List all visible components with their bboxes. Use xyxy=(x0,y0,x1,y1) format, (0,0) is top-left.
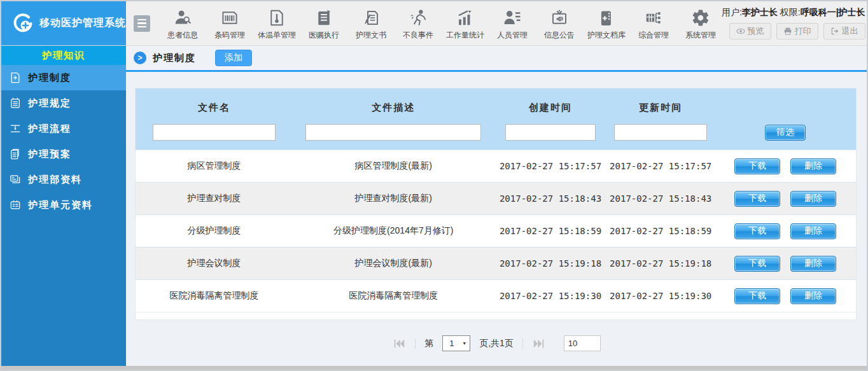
temperature-sheet-icon xyxy=(267,8,286,27)
toolbar-item-personnel[interactable]: 人员管理 xyxy=(491,6,533,41)
main-content: > 护理制度 添加 文件名 文件描述 创建时间 更新时间 xyxy=(126,46,867,366)
sidebar-item-label: 护理单元资料 xyxy=(28,199,93,211)
print-label: 打印 xyxy=(795,25,811,37)
updated-time-filter-input[interactable] xyxy=(614,124,707,141)
cell-updated: 2017-02-27 15:17:57 xyxy=(606,161,715,171)
preview-label: 预览 xyxy=(748,25,764,37)
top-bar: 移动医护管理系统 患者信息 条码管理 体温单管理 医嘱 xyxy=(1,1,867,46)
page-select-value: 1 xyxy=(449,339,454,348)
accent-divider xyxy=(126,70,867,72)
last-page-icon[interactable] xyxy=(532,337,546,351)
add-button[interactable]: 添加 xyxy=(215,50,252,66)
print-button[interactable]: 打印 xyxy=(776,23,818,39)
page-size-input[interactable] xyxy=(564,335,601,351)
cell-created: 2017-02-27 15:19:30 xyxy=(494,291,607,301)
column-header-filename: 文件名 xyxy=(136,102,293,114)
sidebar-item-nursing-plan[interactable]: 护理预案 xyxy=(1,141,126,167)
toolbar-item-workload[interactable]: 工作量统计 xyxy=(444,6,486,41)
column-header-description: 文件描述 xyxy=(293,102,494,114)
sidebar-item-label: 护理制度 xyxy=(28,72,71,84)
card-list-icon xyxy=(9,199,22,211)
user-label: 用户: xyxy=(722,7,742,17)
notepad-icon xyxy=(9,97,22,109)
toolbar-item-orders[interactable]: 医嘱执行 xyxy=(303,6,345,41)
sidebar-item-nursing-regulations[interactable]: 护理规定 xyxy=(1,90,126,116)
app-title: 移动医护管理系统 xyxy=(39,17,126,30)
patient-info-icon xyxy=(173,8,192,27)
table-row: 医院消毒隔离管理制度 医院消毒隔离管理制度 2017-02-27 15:19:3… xyxy=(136,279,856,312)
cell-description: 护理会议制度(最新) xyxy=(293,258,494,269)
download-button[interactable]: 下载 xyxy=(734,158,780,174)
stacked-cards-icon xyxy=(9,173,22,186)
workload-stats-icon xyxy=(456,8,475,27)
created-time-filter-input[interactable] xyxy=(505,124,595,141)
delete-button[interactable]: 删除 xyxy=(790,158,836,174)
toolbar-item-doc-library[interactable]: 护理文档库 xyxy=(585,6,627,41)
toolbar-item-adverse-events[interactable]: 不良事件 xyxy=(397,6,439,41)
sidebar-item-label: 护理预案 xyxy=(28,148,71,160)
toolbar-item-comprehensive[interactable]: 综合管理 xyxy=(633,6,675,41)
delete-button[interactable]: 删除 xyxy=(790,191,836,207)
toolbar-item-label: 综合管理 xyxy=(638,30,669,41)
toolbar-item-bulletin[interactable]: 信息公告 xyxy=(538,6,580,41)
flow-icon xyxy=(9,122,22,135)
cell-updated: 2017-02-27 15:19:30 xyxy=(606,291,715,301)
sidebar-item-nursing-process[interactable]: 护理流程 xyxy=(1,116,126,141)
printer-icon xyxy=(783,27,792,36)
download-button[interactable]: 下载 xyxy=(734,223,780,239)
first-page-icon[interactable] xyxy=(392,337,406,351)
page-select[interactable]: 1 ▼ xyxy=(442,335,470,351)
table-row: 分级护理制度 分级护理制度(2014年7月修订) 2017-02-27 15:1… xyxy=(136,214,856,247)
personnel-icon xyxy=(503,8,522,27)
download-button[interactable]: 下载 xyxy=(734,191,780,207)
toolbar-item-label: 条码管理 xyxy=(214,30,245,41)
toolbar-item-label: 信息公告 xyxy=(544,30,575,41)
download-button[interactable]: 下载 xyxy=(734,288,780,304)
toolbar-item-barcode[interactable]: 条码管理 xyxy=(209,6,251,41)
toolbar-item-label: 体温单管理 xyxy=(258,30,296,41)
delete-button[interactable]: 删除 xyxy=(790,288,836,304)
toolbar-item-patient-info[interactable]: 患者信息 xyxy=(162,6,204,41)
cell-filename: 护理会议制度 xyxy=(136,258,293,269)
document-library-icon xyxy=(597,8,616,27)
sidebar-item-nursing-unit-files[interactable]: 护理单元资料 xyxy=(1,192,126,218)
toolbar-item-nursing-docs[interactable]: 护理文书 xyxy=(350,6,392,41)
cell-updated: 2017-02-27 15:18:43 xyxy=(606,193,715,204)
bulletin-icon xyxy=(550,8,569,27)
medical-orders-icon xyxy=(314,8,333,27)
cell-filename: 分级护理制度 xyxy=(136,225,293,237)
filename-filter-input[interactable] xyxy=(153,124,275,141)
delete-button[interactable]: 删除 xyxy=(790,256,836,272)
records-table: 文件名 文件描述 创建时间 更新时间 筛选 xyxy=(135,88,857,320)
download-button[interactable]: 下载 xyxy=(734,256,780,272)
app-logo-icon xyxy=(11,12,34,35)
cell-filename: 医院消毒隔离管理制度 xyxy=(136,290,293,302)
toolbar-item-temperature[interactable]: 体温单管理 xyxy=(256,6,298,41)
sidebar-item-nursing-dept-files[interactable]: 护理部资料 xyxy=(1,167,126,192)
page-header: > 护理制度 添加 xyxy=(126,46,867,70)
barcode-icon xyxy=(220,8,239,27)
toolbar-item-label: 工作量统计 xyxy=(446,30,484,41)
toolbar-item-label: 人员管理 xyxy=(497,30,528,41)
preview-button[interactable]: 预览 xyxy=(729,23,771,39)
cell-description: 病区管理制度(最新) xyxy=(293,160,494,172)
toolbar-item-system[interactable]: 系统管理 xyxy=(680,6,722,41)
description-filter-input[interactable] xyxy=(305,124,481,141)
clipboard-icon xyxy=(9,148,22,160)
delete-button[interactable]: 删除 xyxy=(790,223,836,239)
eye-icon xyxy=(736,27,745,36)
sidebar-item-nursing-institution[interactable]: 护理制度 xyxy=(1,65,126,90)
sidebar-section-title: 护理知识 xyxy=(1,46,126,65)
permission-label: 权限: xyxy=(780,7,801,17)
main-toolbar: 患者信息 条码管理 体温单管理 医嘱执行 护理文书 xyxy=(162,6,722,41)
toolbar-item-label: 不良事件 xyxy=(403,30,433,41)
table-row: 护理查对制度 护理查对制度(最新) 2017-02-27 15:18:43 20… xyxy=(136,182,856,214)
filter-button[interactable]: 筛选 xyxy=(765,125,806,141)
pagination-divider xyxy=(415,339,416,349)
permission-value: 呼吸科一|护士长 xyxy=(801,7,865,17)
cell-updated: 2017-02-27 15:19:18 xyxy=(606,258,715,269)
document-plus-icon xyxy=(9,71,22,84)
toolbar-item-label: 系统管理 xyxy=(685,30,716,41)
logout-button[interactable]: 退出 xyxy=(823,23,865,39)
menu-toggle-button[interactable] xyxy=(134,15,150,32)
